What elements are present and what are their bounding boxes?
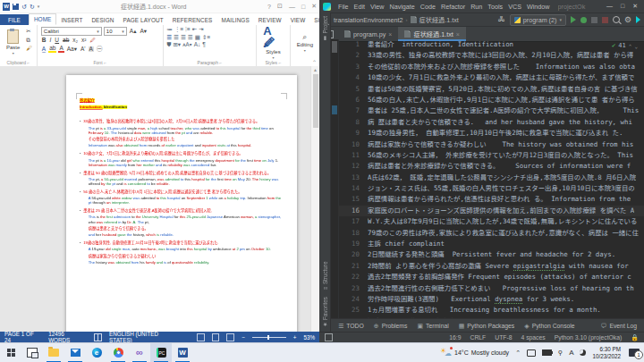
word-count[interactable]: 12496 WORDS <box>48 331 87 343</box>
proofing-icon[interactable] <box>94 333 102 341</box>
editor-line[interactable]: 10 病歴は家族からで信頼できるか疑わしい The history was ob… <box>338 139 644 150</box>
project-tool-button[interactable]: ▮ Project <box>322 16 328 42</box>
document-content[interactable]: 患者紹介 Introduction, Identification •33歳の男… <box>80 98 281 265</box>
stop-icon[interactable] <box>602 17 608 23</box>
align-center-icon[interactable]: ☰ <box>174 35 179 41</box>
bullet-jp2-paragraph[interactable]: その他従前の本院外来および入院診療録を参照した <box>89 137 282 141</box>
file-explorer-button[interactable] <box>43 343 64 362</box>
bullet-en2-paragraph[interactable]: The history was obtained from his family… <box>89 260 282 265</box>
sort-icon[interactable]: A↓ <box>194 42 201 48</box>
numbering-icon[interactable]: ⋮≡ <box>174 27 183 33</box>
collapse-ribbon-icon[interactable]: ⌃ <box>312 59 317 65</box>
save-icon[interactable] <box>13 4 19 10</box>
line-text[interactable]: 病 歴は患者と夫からで信頼できる． and her husband gave t… <box>368 117 632 128</box>
editor-line[interactable]: 24 労作時呼吸困難(3週間) Exertional dyspnea for 3… <box>338 294 644 305</box>
ribbon-tab[interactable]: PAGE LAYOUT <box>119 15 168 25</box>
next-problem-icon[interactable]: ⌄ <box>634 43 638 49</box>
favorites-tool-button[interactable]: ★ Favorites <box>322 297 328 328</box>
editor-line[interactable]: 14 ジョン・スミス氏は、55歳,既婚の白人男性でロチェスター出身,10月10日… <box>338 183 644 194</box>
menu-item[interactable]: Edit <box>352 3 368 11</box>
python-packages-tool-button[interactable]: ▦Python Packages <box>459 323 515 329</box>
editor-line[interactable]: 5 患者は50歳の既婚警察官，5月20日,本院に初めての入院,病歴は患者自身の言… <box>338 84 644 95</box>
problems-tool-button[interactable]: ⊕Problems <box>374 323 408 329</box>
toolbox-icon[interactable] <box>636 16 640 23</box>
run-icon[interactable] <box>571 16 576 23</box>
language-indicator[interactable]: ENGLISH (UNITED STATES) <box>109 331 182 343</box>
prev-problem-icon[interactable]: ⌃ <box>629 43 632 49</box>
show-marks-icon[interactable]: ¶ <box>202 42 206 48</box>
task-view-button[interactable] <box>21 343 43 362</box>
ribbon-tab[interactable]: DESIGN <box>87 15 118 25</box>
ribbon-tab[interactable]: MAILINGS <box>216 15 253 25</box>
line-text[interactable]: その他従前の本院外来および入院診療録を参照した Information was … <box>368 62 635 72</box>
line-text[interactable]: 2時間前 より悪心を伴う心窩部の激痛 Severe epigastralgia … <box>368 261 629 272</box>
superscript-button[interactable]: x² <box>80 38 87 44</box>
editor-line[interactable]: 4 10歳の少女、7月1日に救急外来より最初の入院，病歴は主に母親から得たが、ま… <box>338 72 644 83</box>
line-text[interactable]: 56歳の白人,未亡人,休暇旅行中,9月1日に本院に入院,病歴は通訳を通じて患 者… <box>368 95 635 105</box>
line-text[interactable]: 主訴 chief complaint <box>368 239 445 249</box>
line-text[interactable]: A氏は62歳， 既婚,定年退職した公務員でシンシナチ出身,本院5度目の入院.8 … <box>368 173 636 183</box>
ribbon-tab[interactable]: FILE <box>0 14 29 25</box>
menu-item[interactable]: Tools <box>485 3 505 11</box>
underline-button[interactable]: U <box>54 38 60 44</box>
change-case-icon[interactable]: Aa▾ <box>66 46 78 53</box>
line-text[interactable]: 33歳の男性、独身の高校教師で本院には3回目の入院、2月10日入院，病歴は患者 … <box>368 50 633 61</box>
bullet-jp2-paragraph[interactable]: 病歴は家族からで信頼できるか疑わしい <box>89 254 282 258</box>
zoom-slider[interactable] <box>252 337 286 338</box>
char-border-icon[interactable]: A' <box>80 46 87 53</box>
editor-line[interactable]: 3 その他従前の本院外来および入院診療録を参照した Information wa… <box>338 62 644 72</box>
bullet-en-paragraph[interactable]: The pt is a 10-year old girl who entered… <box>89 158 282 167</box>
bullet-jp-paragraph[interactable]: •56 歳の白人,未亡人,休暇旅行中,9月 1日に本院に入院,病歴は通訳を通じて… <box>80 190 281 195</box>
debug-icon[interactable] <box>580 17 587 23</box>
bold-button[interactable]: B <box>41 38 47 44</box>
bullet-jp-paragraph[interactable]: •19歳の独身男性, 自動車修理工,10月10日午後2時に救急車で当院に運び込ま… <box>80 241 281 246</box>
ribbon-tab[interactable]: HOME <box>29 13 57 25</box>
editor-line[interactable]: 7 患者は 25歳,日本人二世の女性で速記者.A医師の紹介で大学病院に初回入院，… <box>338 105 644 116</box>
font-color-icon[interactable]: A <box>58 46 64 54</box>
maximize-button[interactable]: □ <box>621 3 624 10</box>
maximize-button[interactable]: □ <box>301 4 305 10</box>
inspection-widget[interactable]: ✔ 41 ⌃ ⌄ <box>610 42 640 49</box>
bullet-en-paragraph[interactable]: The pt, a 50-year-old married policeman,… <box>89 177 282 186</box>
line-text[interactable]: 1ヵ月間増悪する息切れ Increasing breathlessness fo… <box>368 305 601 316</box>
scrollbar-thumb[interactable] <box>332 41 337 53</box>
editor-line[interactable]: 20 2日間継続する発熱と頭痛 Persistent fever and hea… <box>338 249 644 260</box>
borders-icon[interactable]: ⊞▾ <box>173 42 181 48</box>
decrease-indent-icon[interactable]: ⇤ <box>192 27 197 33</box>
editor-line[interactable]: 2 33歳の男性、独身の高校教師で本院には3回目の入院、2月10日入院，病歴は患… <box>338 50 644 61</box>
editor-line[interactable]: 21 2時間前 より悪心を伴う心窩部の激痛 Severe epigastralg… <box>338 261 644 272</box>
line-text[interactable]: 過去2年間頻発する前胸部痛発作 Frequent episodes (attac… <box>368 272 631 282</box>
read-mode-icon[interactable] <box>197 333 205 341</box>
shading-icon[interactable]: ⛊ <box>167 42 172 48</box>
breadcrumb-folder[interactable]: translationEnvironment2 <box>334 16 403 24</box>
battery-icon[interactable] <box>542 349 552 356</box>
pycharm-button[interactable]: PC <box>150 343 172 362</box>
breadcrumb-file[interactable]: 症状経過.1.txt <box>419 15 459 24</box>
ribbon-tab[interactable]: INSERT <box>56 15 87 25</box>
char-shading-icon[interactable]: A <box>89 46 94 53</box>
zoom-level[interactable]: 53% <box>303 334 315 341</box>
multilevel-list-icon[interactable]: ⫶≡ <box>185 27 190 33</box>
close-tab-icon[interactable]: × <box>456 31 460 38</box>
line-text[interactable]: 79歳のこの男性は昨夜,家族により救急室に運び込まれたが,意識がなく、病歴は 一… <box>368 228 639 239</box>
zoom-in-icon[interactable]: + <box>293 334 297 341</box>
document-scrollbar[interactable]: ▲ <box>310 66 319 332</box>
menu-item[interactable]: Code <box>418 3 438 11</box>
bullet-en2-paragraph[interactable]: Information was also obtained from recor… <box>89 144 282 148</box>
line-text[interactable]: 病歴情報は患者から得られたが,信憑性は良好と思われ る。 Information… <box>368 194 631 205</box>
coverage-icon[interactable] <box>591 17 597 23</box>
line-text[interactable]: 労作時呼吸困難(3週間) Exertional dyspnea for 3 we… <box>368 294 574 305</box>
run-configuration-select[interactable]: program (2) ▾ <box>510 14 566 26</box>
bullet-en-paragraph[interactable]: A 56-year-old white widow was admitted t… <box>89 197 282 206</box>
editor-line[interactable]: 12 病歴は患者と外来診療録からで信頼できる。 Sources of infor… <box>338 161 644 172</box>
editor-line[interactable]: 23 過去2年間進行性の右側聴力低下とめまい Progressive loss … <box>338 283 644 294</box>
bullet-jp-paragraph[interactable]: •33歳の男性、独身の高校教師で本院には3回目の入院、2月10日入院,病歴は患者… <box>80 120 281 124</box>
editor-line[interactable]: 19 主訴 chief complaint <box>338 239 644 249</box>
editor-line[interactable]: 8 病 歴は患者と夫からで信頼できる． and her husband gave… <box>338 117 644 128</box>
night-light-icon[interactable] <box>580 349 586 356</box>
bullet-jp2-paragraph[interactable]: 病歴は患者と夫からで信頼できる。 <box>89 226 282 231</box>
settings-gear-icon[interactable]: ⚙ <box>624 16 631 24</box>
vcs-user-icon[interactable]: 🖧 <box>498 16 505 23</box>
line-text[interactable]: 患者は 25歳,日本人二世の女性で速記者.A医師の紹介で大学病院に初回入院， T… <box>368 105 639 116</box>
scroll-up-icon[interactable]: ▲ <box>311 66 319 73</box>
